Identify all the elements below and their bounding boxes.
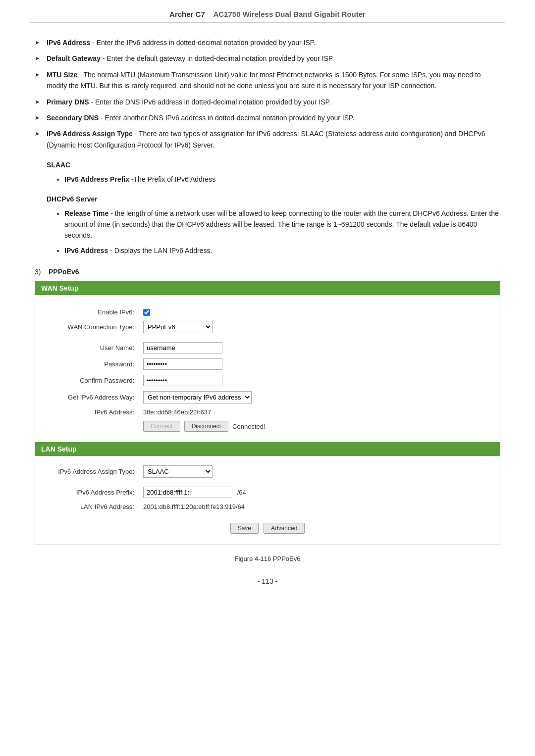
ipv6-prefix-input[interactable]	[143, 487, 232, 498]
list-item: IPv6 Address - Enter the IPv6 address in…	[35, 35, 500, 50]
term-default-gateway: Default Gateway	[47, 54, 101, 62]
ipv6-assign-type-value: SLAAC	[139, 463, 495, 480]
figure-caption: Figure 4-116 PPPoEv6	[35, 555, 500, 562]
slaac-term: IPv6 Address Prefix	[64, 175, 129, 183]
dhcpv6-desc-release: - the length of time a network user will…	[64, 209, 499, 240]
get-ipv6-way-select[interactable]: Get non-temporary IPv6 address	[143, 391, 252, 403]
bullet-list: IPv6 Address - Enter the IPv6 address in…	[35, 35, 500, 153]
confirm-password-row: Confirm Password:	[40, 372, 495, 389]
get-ipv6-way-label: Get IPv6 Address Way:	[40, 389, 139, 406]
password-value	[139, 356, 495, 372]
connect-btn-row: Connect Disconnect Connected!	[143, 421, 491, 432]
wan-form-table: Enable IPv6: WAN Connection Type: PPP	[40, 302, 495, 434]
desc-default-gateway: - Enter the default gateway in dotted-de…	[103, 54, 334, 62]
lan-ipv6-address-label: LAN IPv6 Address:	[40, 501, 139, 513]
list-item: MTU Size - The normal MTU (Maximum Trans…	[35, 67, 500, 94]
advanced-button[interactable]: Advanced	[264, 523, 305, 534]
confirm-password-input[interactable]	[143, 375, 222, 386]
list-item: Primary DNS - Enter the DNS IPv6 address…	[35, 94, 500, 110]
ipv6-assign-type-label: IPv6 Address Assign Type:	[40, 463, 139, 480]
wan-conn-type-value: PPPoEv6	[139, 318, 495, 336]
user-name-value	[139, 340, 495, 356]
term-ipv6-assign-type: IPv6 Address Assign Type	[47, 130, 133, 138]
wan-setup-header: WAN Setup	[35, 281, 500, 295]
enable-ipv6-row: Enable IPv6:	[40, 306, 495, 318]
term-secondary-dns: Secondary DNS	[47, 114, 99, 122]
connect-btns-cell: Connect Disconnect Connected!	[139, 418, 495, 434]
status-text: Connected!	[232, 423, 266, 430]
page-number: - 113 -	[35, 577, 500, 585]
dhcpv6-heading: DHCPv6 Server	[47, 195, 500, 203]
password-row: Password:	[40, 356, 495, 372]
connect-button[interactable]: Connect	[143, 421, 180, 432]
product-name: AC1750 Wireless Dual Band Gigabit Router	[213, 10, 365, 18]
wan-setup-title: WAN Setup	[41, 284, 78, 292]
confirm-password-label: Confirm Password:	[40, 372, 139, 389]
section-number-title: 3) PPPoEv6	[35, 268, 500, 276]
section-title: PPPoEv6	[49, 268, 79, 276]
get-ipv6-way-value: Get non-temporary IPv6 address	[139, 389, 495, 406]
section-number: 3)	[35, 268, 41, 276]
ipv6-assign-type-select[interactable]: SLAAC	[143, 465, 213, 478]
dhcpv6-term-release: Release Time	[64, 209, 108, 217]
wan-setup-box: WAN Setup Enable IPv6:	[35, 281, 500, 545]
page-header: Archer C7 AC1750 Wireless Dual Band Giga…	[30, 10, 505, 23]
enable-ipv6-label: Enable IPv6:	[40, 306, 139, 318]
page-container: Archer C7 AC1750 Wireless Dual Band Giga…	[0, 0, 535, 756]
ipv6-address-value: 3ffe::dd58:46eb:22f:637	[139, 406, 495, 418]
ipv6-prefix-suffix: /64	[237, 489, 246, 496]
wan-conn-type-row: WAN Connection Type: PPPoEv6	[40, 318, 495, 336]
user-name-input[interactable]	[143, 342, 222, 353]
desc-ipv6-address: - Enter the IPv6 address in dotted-decim…	[92, 39, 316, 47]
lan-setup-title: LAN Setup	[41, 445, 77, 453]
save-button[interactable]: Save	[230, 523, 259, 534]
confirm-password-value	[139, 372, 495, 389]
lan-setup-body: IPv6 Address Assign Type: SLAAC IPv6 Add…	[35, 456, 500, 545]
list-item: IPv6 Address Assign Type - There are two…	[35, 126, 500, 153]
user-name-label: User Name:	[40, 340, 139, 356]
term-primary-dns: Primary DNS	[47, 98, 89, 106]
lan-form-table: IPv6 Address Assign Type: SLAAC IPv6 Add…	[40, 463, 495, 517]
list-item: Default Gateway - Enter the default gate…	[35, 50, 500, 66]
slaac-desc: -The Prefix of IPv6 Address	[131, 175, 215, 183]
wan-conn-type-select[interactable]: PPPoEv6	[143, 321, 213, 333]
slaac-heading: SLAAC	[47, 161, 500, 169]
dhcpv6-term-ipv6: IPv6 Address	[64, 247, 108, 254]
enable-ipv6-checkbox[interactable]	[143, 309, 150, 316]
dhcpv6-list: Release Time - the length of time a netw…	[64, 206, 500, 258]
connect-btns-row: Connect Disconnect Connected!	[40, 418, 495, 434]
wan-setup-body: Enable IPv6: WAN Connection Type: PPP	[35, 295, 500, 441]
bottom-btn-row: Save Advanced	[40, 523, 495, 534]
enable-ipv6-checkbox-wrapper	[143, 309, 491, 316]
term-mtu-size: MTU Size	[47, 71, 77, 79]
term-ipv6-address: IPv6 Address	[47, 39, 90, 47]
lan-ipv6-address-row: LAN IPv6 Address: 2001:db8:ffff:1:20a:eb…	[40, 501, 495, 513]
disconnect-button[interactable]: Disconnect	[184, 421, 228, 432]
lan-ipv6-address-value: 2001:db8:ffff:1:20a:ebff:fe13:919/64	[139, 501, 495, 513]
ipv6-address-text: 3ffe::dd58:46eb:22f:637	[143, 408, 211, 416]
ipv6-prefix-label: IPv6 Address Prefix:	[40, 484, 139, 501]
ipv6-assign-type-row: IPv6 Address Assign Type: SLAAC	[40, 463, 495, 480]
slaac-list: IPv6 Address Prefix -The Prefix of IPv6 …	[64, 172, 500, 187]
slaac-list-item: IPv6 Address Prefix -The Prefix of IPv6 …	[64, 172, 500, 187]
password-label: Password:	[40, 356, 139, 372]
get-ipv6-way-row: Get IPv6 Address Way: Get non-temporary …	[40, 389, 495, 406]
desc-mtu-size: - The normal MTU (Maximum Transmission U…	[47, 71, 481, 90]
dhcpv6-list-item-ipv6: IPv6 Address - Displays the LAN IPv6 Add…	[64, 243, 500, 258]
lan-ipv6-address-text: 2001:db8:ffff:1:20a:ebff:fe13:919/64	[143, 503, 245, 510]
enable-ipv6-value	[139, 306, 495, 318]
list-item: Secondary DNS - Enter another DNS IPv6 a…	[35, 110, 500, 126]
wan-conn-type-label: WAN Connection Type:	[40, 318, 139, 336]
model-name: Archer C7	[169, 10, 205, 18]
password-input[interactable]	[143, 358, 222, 370]
desc-secondary-dns: - Enter another DNS IPv6 address in dott…	[101, 114, 355, 122]
dhcpv6-desc-ipv6: - Displays the LAN IPv6 Address.	[110, 247, 212, 254]
lan-setup-header: LAN Setup	[35, 442, 500, 456]
content-area: IPv6 Address - Enter the IPv6 address in…	[30, 35, 505, 585]
desc-primary-dns: - Enter the DNS IPv6 address in dotted-d…	[91, 98, 331, 106]
ipv6-address-row: IPv6 Address: 3ffe::dd58:46eb:22f:637	[40, 406, 495, 418]
dhcpv6-list-item-release: Release Time - the length of time a netw…	[64, 206, 500, 243]
ipv6-address-label: IPv6 Address:	[40, 406, 139, 418]
user-name-row: User Name:	[40, 340, 495, 356]
ipv6-prefix-value: /64	[139, 484, 495, 501]
